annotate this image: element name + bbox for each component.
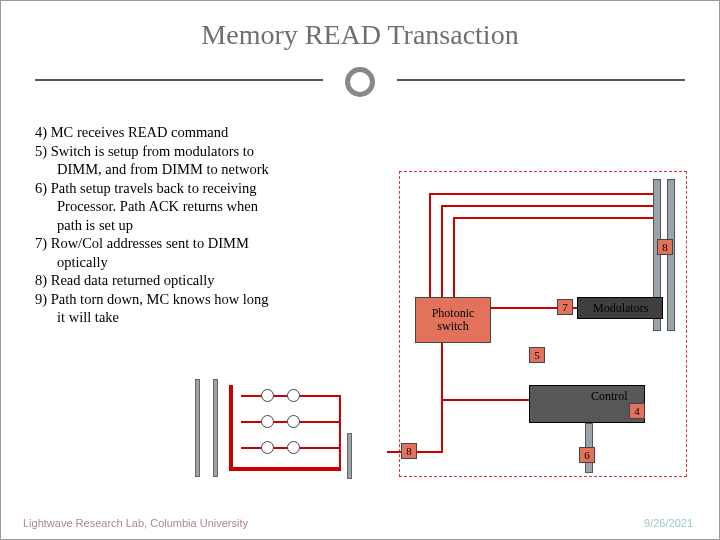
ornament-circle-icon bbox=[345, 67, 375, 97]
ornament-line-right bbox=[397, 79, 685, 81]
badge-5: 5 bbox=[529, 347, 545, 363]
badge-8-lower: 8 bbox=[401, 443, 417, 459]
title-area: Memory READ Transaction bbox=[1, 1, 719, 51]
modulators-label: Modulators bbox=[593, 301, 648, 316]
step-6a: 6) Path setup travels back to receiving bbox=[35, 179, 375, 198]
inset-red-v bbox=[229, 385, 233, 471]
photonic-switch-label-2: switch bbox=[416, 320, 490, 333]
bar-vert-2 bbox=[667, 179, 675, 331]
step-9a: 9) Path torn down, MC knows how long bbox=[35, 290, 375, 309]
slide-title: Memory READ Transaction bbox=[1, 19, 719, 51]
badge-8-upper: 8 bbox=[657, 239, 673, 255]
inset-row2-c2 bbox=[287, 415, 300, 428]
step-7a: 7) Row/Col addresses sent to DIMM bbox=[35, 234, 375, 253]
wire-top-3 bbox=[453, 217, 653, 219]
step-5a: 5) Switch is setup from modulators to bbox=[35, 142, 375, 161]
badge-7: 7 bbox=[557, 299, 573, 315]
inset-row3-c1 bbox=[261, 441, 274, 454]
title-ornament bbox=[1, 61, 719, 101]
inset-bar-right bbox=[347, 433, 352, 479]
step-list: 4) MC receives READ command 5) Switch is… bbox=[35, 123, 375, 327]
step-5b: DIMM, and from DIMM to network bbox=[35, 160, 375, 179]
step-7b: optically bbox=[35, 253, 375, 272]
badge-6: 6 bbox=[579, 447, 595, 463]
step-9b: it will take bbox=[35, 308, 375, 327]
wire-left-v3 bbox=[453, 217, 455, 297]
inset-red-right-v bbox=[339, 395, 341, 471]
inset-bar-1 bbox=[195, 379, 200, 477]
badge-4: 4 bbox=[629, 403, 645, 419]
wire-top-1 bbox=[429, 193, 653, 195]
step-8: 8) Read data returned optically bbox=[35, 271, 375, 290]
inset-row2-c1 bbox=[261, 415, 274, 428]
slide: Memory READ Transaction 4) MC receives R… bbox=[0, 0, 720, 540]
wire-left-v1 bbox=[429, 193, 431, 297]
wire-top-2 bbox=[441, 205, 653, 207]
inset-diagram bbox=[171, 375, 361, 485]
wire-left-v2 bbox=[441, 205, 443, 297]
wire-to-control bbox=[441, 399, 529, 401]
step-6c: path is set up bbox=[35, 216, 375, 235]
footer-affiliation: Lightwave Research Lab, Columbia Univers… bbox=[23, 517, 248, 529]
inset-row3-c2 bbox=[287, 441, 300, 454]
step-6b: Processor. Path ACK returns when bbox=[35, 197, 375, 216]
wire-sw-down bbox=[441, 343, 443, 453]
control-label: Control bbox=[591, 389, 628, 404]
inset-red-h bbox=[229, 467, 339, 471]
ornament-line-left bbox=[35, 79, 323, 81]
main-diagram: Photonic switch Modulators 7 8 5 Control… bbox=[399, 171, 689, 481]
inset-bar-2 bbox=[213, 379, 218, 477]
photonic-switch-box: Photonic switch bbox=[415, 297, 491, 343]
footer-date: 9/26/2021 bbox=[644, 517, 693, 529]
inset-row1-c1 bbox=[261, 389, 274, 402]
inset-row1-c2 bbox=[287, 389, 300, 402]
step-4: 4) MC receives READ command bbox=[35, 123, 375, 142]
